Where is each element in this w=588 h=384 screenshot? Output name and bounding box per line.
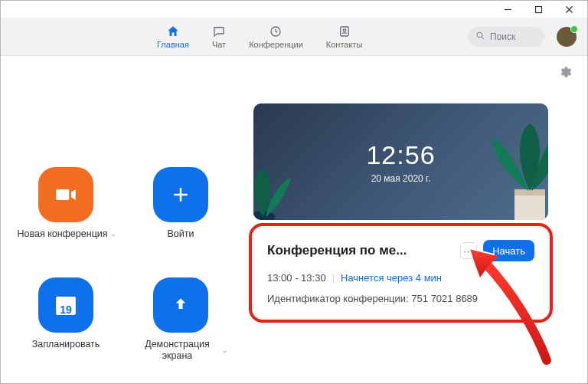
action-label: Демонстрация экрана — [136, 339, 220, 363]
plus-icon — [153, 167, 208, 222]
meeting-id-value: 751 7021 8689 — [411, 293, 478, 304]
svg-rect-1 — [535, 6, 541, 12]
action-label: Запланировать — [32, 339, 100, 351]
join-action[interactable]: Войти — [123, 167, 238, 241]
tab-contacts[interactable]: Контакты — [326, 24, 363, 49]
upcoming-meeting-card: Конференция по ме... ··· Начать 13:00 - … — [253, 228, 548, 318]
tab-meetings[interactable]: Конференции — [249, 24, 303, 49]
tab-label: Чат — [212, 40, 226, 49]
contacts-icon — [338, 24, 351, 39]
svg-point-6 — [343, 29, 345, 31]
svg-line-8 — [482, 37, 484, 39]
share-screen-action[interactable]: Демонстрация экрана⌵ — [123, 277, 238, 363]
search-placeholder: Поиск — [490, 31, 515, 42]
hero-time: 12:56 — [366, 140, 435, 170]
new-meeting-action[interactable]: Новая конференция⌵ — [8, 167, 123, 241]
search-icon — [475, 31, 485, 43]
plant-decoration — [467, 114, 548, 220]
window-minimize-button[interactable] — [492, 2, 523, 17]
meeting-id-label: Идентификатор конференции: — [267, 293, 409, 304]
tab-label: Контакты — [326, 40, 363, 49]
video-icon — [38, 167, 93, 222]
svg-point-7 — [477, 32, 482, 38]
home-actions: Новая конференция⌵ Войти 19 Запланироват… — [8, 167, 238, 363]
tab-chat[interactable]: Чат — [212, 24, 226, 49]
meeting-title: Конференция по ме... — [267, 243, 454, 258]
plant-decoration — [253, 148, 302, 220]
tab-home[interactable]: Главная — [157, 24, 189, 49]
window-maximize-button[interactable] — [523, 2, 554, 17]
action-label: Новая конференция — [17, 228, 107, 241]
calendar-icon: 19 — [38, 277, 93, 333]
user-avatar[interactable] — [557, 27, 577, 47]
meeting-starts-in: Начнется через 4 мин — [341, 272, 442, 284]
tab-label: Главная — [157, 40, 189, 49]
hero-date: 20 мая 2020 г. — [371, 173, 431, 184]
tab-label: Конференции — [249, 40, 303, 49]
calendar-day: 19 — [60, 304, 72, 316]
search-input[interactable]: Поиск — [468, 27, 544, 47]
settings-button[interactable] — [558, 65, 572, 82]
clock-icon — [269, 24, 283, 39]
app-header: Главная Чат Конференции Контакты Поиск — [1, 18, 587, 56]
meeting-time-range: 13:00 - 13:30 — [267, 272, 326, 284]
chevron-down-icon[interactable]: ⌵ — [223, 346, 227, 355]
share-icon — [153, 277, 208, 333]
window-titlebar — [1, 1, 587, 18]
window-close-button[interactable] — [554, 2, 584, 17]
action-label: Войти — [168, 228, 194, 241]
start-meeting-button[interactable]: Начать — [483, 240, 534, 261]
clock-hero: 12:56 20 мая 2020 г. — [253, 103, 548, 220]
divider: | — [332, 272, 335, 284]
home-icon — [166, 24, 180, 39]
svg-rect-10 — [56, 297, 75, 301]
chat-icon — [212, 24, 226, 39]
chevron-down-icon[interactable]: ⌵ — [111, 230, 115, 238]
schedule-action[interactable]: 19 Запланировать — [8, 277, 123, 363]
meeting-more-button[interactable]: ··· — [460, 242, 477, 259]
